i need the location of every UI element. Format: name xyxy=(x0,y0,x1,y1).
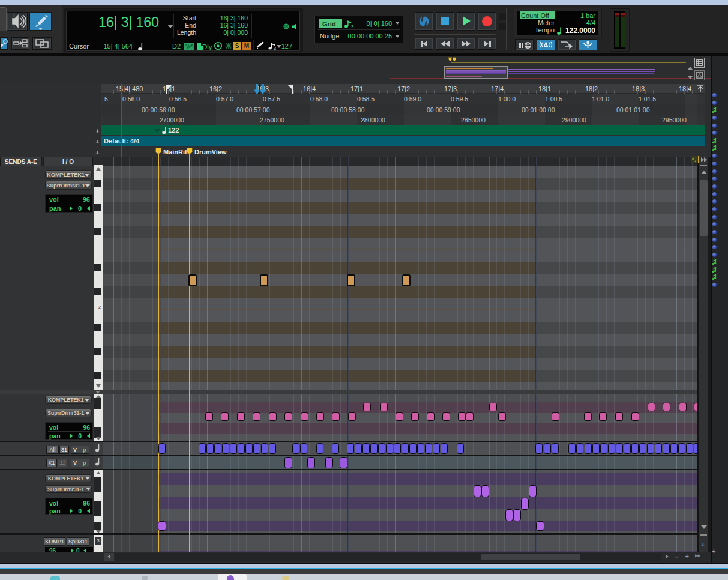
svg-text:Dly: Dly xyxy=(202,43,212,50)
